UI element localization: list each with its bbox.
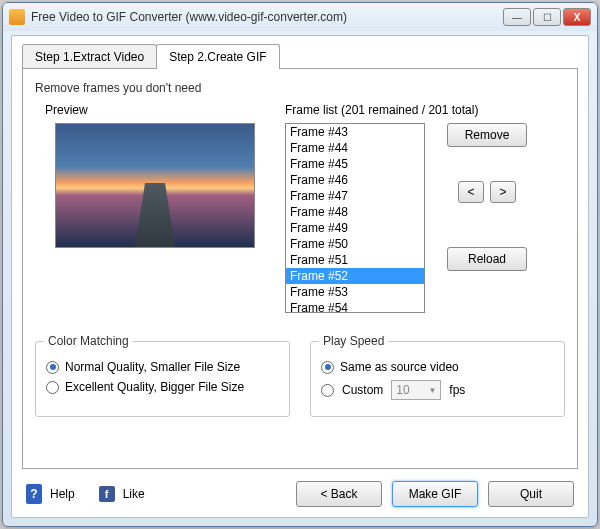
make-gif-button[interactable]: Make GIF [392, 481, 478, 507]
list-item[interactable]: Frame #47 [286, 188, 424, 204]
radio-same-label: Same as source video [340, 360, 459, 374]
radio-excellent[interactable] [46, 381, 59, 394]
list-item[interactable]: Frame #43 [286, 124, 424, 140]
facebook-icon[interactable]: f [99, 486, 115, 502]
window-controls: — ☐ X [503, 8, 591, 26]
radio-normal[interactable] [46, 361, 59, 374]
next-frame-button[interactable]: > [490, 181, 516, 203]
reload-button[interactable]: Reload [447, 247, 527, 271]
frame-listbox[interactable]: Frame #43Frame #44Frame #45Frame #46Fram… [285, 123, 425, 313]
radio-same[interactable] [321, 361, 334, 374]
help-label[interactable]: Help [50, 487, 75, 501]
play-speed-legend: Play Speed [319, 334, 388, 348]
bottom-bar: ? Help f Like < Back Make GIF Quit [26, 481, 574, 507]
list-item[interactable]: Frame #45 [286, 156, 424, 172]
help-icon[interactable]: ? [26, 484, 42, 504]
prev-frame-button[interactable]: < [458, 181, 484, 203]
fps-value: 10 [396, 383, 409, 397]
list-item[interactable]: Frame #48 [286, 204, 424, 220]
framelist-row: Frame #43Frame #44Frame #45Frame #46Fram… [285, 123, 565, 313]
tab-step2[interactable]: Step 2.Create GIF [156, 44, 279, 69]
radio-normal-row[interactable]: Normal Quality, Smaller File Size [46, 360, 279, 374]
minimize-button[interactable]: — [503, 8, 531, 26]
tab-strip: Step 1.Extract Video Step 2.Create GIF [22, 44, 279, 69]
chevron-down-icon[interactable]: ▼ [428, 386, 436, 395]
list-item[interactable]: Frame #54 [286, 300, 424, 313]
app-icon [9, 9, 25, 25]
preview-area: Preview Frame list (201 remained / 201 t… [35, 103, 565, 313]
radio-normal-label: Normal Quality, Smaller File Size [65, 360, 240, 374]
list-item[interactable]: Frame #44 [286, 140, 424, 156]
play-speed-group: Play Speed Same as source video Custom 1… [310, 341, 565, 417]
color-matching-legend: Color Matching [44, 334, 133, 348]
radio-custom[interactable] [321, 384, 334, 397]
like-label[interactable]: Like [123, 487, 145, 501]
framelist-buttons: Remove < > Reload [437, 123, 537, 271]
close-button[interactable]: X [563, 8, 591, 26]
window-title: Free Video to GIF Converter (www.video-g… [31, 10, 503, 24]
list-item[interactable]: Frame #53 [286, 284, 424, 300]
help-group: ? Help [26, 484, 75, 504]
preview-column: Preview [35, 103, 265, 313]
list-item[interactable]: Frame #51 [286, 252, 424, 268]
preview-dock-shape [135, 183, 175, 247]
radio-custom-label: Custom [342, 383, 383, 397]
radio-same-row[interactable]: Same as source video [321, 360, 554, 374]
list-item[interactable]: Frame #49 [286, 220, 424, 236]
tab-panel-step2: Remove frames you don't need Preview Fra… [22, 68, 578, 469]
list-item[interactable]: Frame #52 [286, 268, 424, 284]
preview-image [55, 123, 255, 248]
back-button[interactable]: < Back [296, 481, 382, 507]
maximize-button[interactable]: ☐ [533, 8, 561, 26]
quit-button[interactable]: Quit [488, 481, 574, 507]
radio-excellent-row[interactable]: Excellent Quality, Bigger File Size [46, 380, 279, 394]
framelist-label: Frame list (201 remained / 201 total) [285, 103, 565, 117]
titlebar[interactable]: Free Video to GIF Converter (www.video-g… [3, 3, 597, 31]
radio-custom-row[interactable]: Custom 10 ▼ fps [321, 380, 554, 400]
like-group: f Like [99, 486, 145, 502]
list-item[interactable]: Frame #46 [286, 172, 424, 188]
radio-excellent-label: Excellent Quality, Bigger File Size [65, 380, 244, 394]
preview-label: Preview [45, 103, 265, 117]
list-item[interactable]: Frame #50 [286, 236, 424, 252]
framelist-column: Frame list (201 remained / 201 total) Fr… [285, 103, 565, 313]
remove-button[interactable]: Remove [447, 123, 527, 147]
color-matching-group: Color Matching Normal Quality, Smaller F… [35, 341, 290, 417]
remove-frames-label: Remove frames you don't need [35, 81, 565, 95]
lower-row: Color Matching Normal Quality, Smaller F… [35, 341, 565, 417]
app-window: Free Video to GIF Converter (www.video-g… [2, 2, 598, 527]
fps-unit: fps [449, 383, 465, 397]
nav-pair: < > [458, 181, 516, 203]
client-area: Step 1.Extract Video Step 2.Create GIF R… [11, 35, 589, 518]
fps-spinner[interactable]: 10 ▼ [391, 380, 441, 400]
tab-step1[interactable]: Step 1.Extract Video [22, 44, 157, 69]
